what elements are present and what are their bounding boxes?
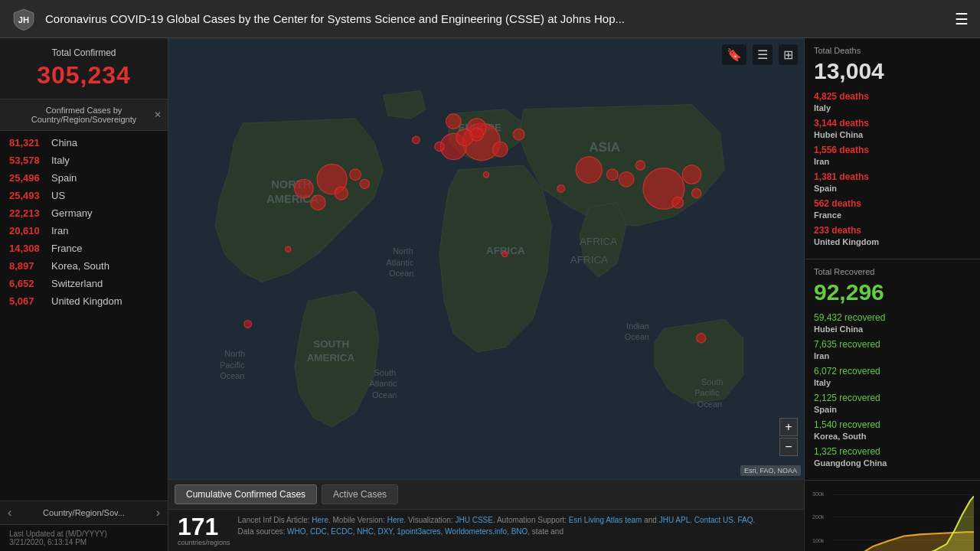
country-item[interactable]: 22,213Germany — [0, 204, 168, 222]
country-item[interactable]: 8,897Korea, South — [0, 257, 168, 275]
deaths-list: 4,825 deathsItaly3,144 deathsHubei China… — [814, 90, 971, 247]
country-item[interactable]: 25,496Spain — [0, 169, 168, 187]
svg-point-35 — [350, 169, 361, 181]
1point3acres-link[interactable]: 1point3acres — [397, 527, 440, 536]
header-title: Coronavirus COVID-19 Global Cases by the… — [45, 12, 955, 25]
jhu-apl-link[interactable]: JHU APL — [659, 516, 691, 524]
country-cases: 25,493 — [9, 190, 51, 201]
svg-text:Atlantic: Atlantic — [369, 379, 397, 388]
country-item[interactable]: 6,652Switzerland — [0, 275, 168, 292]
svg-text:Pacific: Pacific — [220, 360, 245, 370]
tab-cumulative[interactable]: Cumulative Confirmed Cases — [175, 484, 317, 504]
recovered-item: 1,325 recoveredGuangdong China — [814, 445, 971, 468]
death-location: Hubei China — [814, 130, 863, 139]
death-item: 562 deathsFrance — [814, 197, 971, 220]
svg-text:200k: 200k — [812, 514, 825, 520]
country-cases: 20,610 — [9, 225, 51, 236]
svg-point-47 — [697, 334, 706, 343]
zoom-in-button[interactable]: + — [779, 418, 798, 436]
map-toolbar: 🔖 ☰ ⊞ — [722, 44, 798, 65]
map-container: NORTH AMERICA SOUTH AMERICA ASIA AFRICA … — [168, 38, 804, 551]
svg-text:North: North — [224, 349, 245, 358]
sidebar-next-button[interactable]: › — [156, 506, 160, 520]
grid-button[interactable]: ⊞ — [779, 44, 798, 65]
map-footer-text: Lancet Inf Dis Article: Here. Mobile Ver… — [238, 514, 756, 537]
svg-point-49 — [413, 136, 420, 144]
svg-text:Ocean: Ocean — [389, 269, 413, 278]
death-count: 1,381 deaths — [814, 171, 869, 182]
svg-text:JH: JH — [18, 15, 29, 24]
sidebar-nav: ‹ Country/Region/Sov... › — [0, 500, 168, 524]
country-cases: 14,308 — [9, 243, 51, 254]
nhc-link[interactable]: NHC — [357, 527, 374, 536]
country-cases: 81,321 — [9, 137, 51, 148]
death-location: France — [814, 210, 841, 220]
cdc-link[interactable]: CDC — [310, 527, 327, 536]
svg-point-37 — [335, 187, 348, 200]
worldometers-link[interactable]: Worldometers.info — [445, 527, 507, 536]
svg-point-44 — [672, 197, 684, 208]
esri-link[interactable]: Esri Living Atlas team — [569, 516, 642, 524]
recovered-item: 7,635 recoveredIran — [814, 338, 971, 361]
recovered-panel: Total Recovered 92,296 59,432 recoveredH… — [805, 259, 980, 481]
footer-text-1: Lancet Inf Dis Article: Here. Mobile Ver… — [238, 516, 756, 524]
country-item[interactable]: 25,493US — [0, 187, 168, 204]
recovered-item: 59,432 recoveredHubei China — [814, 311, 971, 334]
svg-text:100k: 100k — [812, 538, 825, 544]
mobile-link[interactable]: Here — [387, 516, 404, 524]
bookmark-button[interactable]: 🔖 — [722, 44, 746, 65]
country-item[interactable]: 53,578Italy — [0, 152, 168, 169]
svg-point-29 — [311, 195, 326, 210]
country-item[interactable]: 5,067United Kingdom — [0, 292, 168, 310]
zoom-out-button[interactable]: − — [779, 438, 798, 456]
map-area[interactable]: NORTH AMERICA SOUTH AMERICA ASIA AFRICA … — [168, 38, 804, 479]
recovered-location: Korea, South — [814, 432, 866, 441]
country-name: Korea, South — [51, 260, 109, 272]
esri-credit: Esri, FAO, NOAA — [740, 465, 801, 476]
svg-point-46 — [244, 321, 252, 328]
menu-icon[interactable]: ☰ — [955, 10, 969, 28]
country-name: Spain — [51, 172, 77, 184]
dxy-link[interactable]: DXY — [377, 527, 392, 536]
country-item[interactable]: 81,321China — [0, 134, 168, 152]
sidebar-nav-label: Country/Region/Sov... — [43, 508, 125, 517]
bno-link[interactable]: BNO — [511, 527, 528, 536]
country-count: 171 — [178, 514, 230, 539]
last-updated-value: 3/21/2020, 6:13:14 PM — [9, 538, 158, 546]
recovered-list: 59,432 recoveredHubei China7,635 recover… — [814, 311, 971, 468]
chart-area: 300k 200k 100k 0 Feb Mar — [811, 487, 974, 551]
deaths-label: Total Deaths — [814, 46, 971, 55]
country-cases: 5,067 — [9, 295, 51, 307]
country-count-label: countries/regions — [178, 539, 230, 546]
jhu-link[interactable]: JHU CSSE — [455, 516, 492, 524]
close-icon[interactable]: ✕ — [154, 109, 162, 120]
svg-text:Ocean: Ocean — [372, 390, 397, 399]
country-name: France — [51, 243, 82, 254]
svg-point-42 — [606, 169, 618, 181]
recovered-value: 92,296 — [814, 279, 971, 305]
death-count: 4,825 deaths — [814, 91, 869, 102]
lancet-link[interactable]: Here — [312, 516, 328, 524]
death-item: 3,144 deathsHubei China — [814, 117, 971, 140]
sidebar-prev-button[interactable]: ‹ — [8, 506, 11, 520]
who-link[interactable]: WHO — [287, 527, 305, 536]
recovered-count: 2,125 recovered — [814, 393, 880, 403]
list-button[interactable]: ☰ — [753, 44, 773, 65]
svg-text:ASIA: ASIA — [589, 140, 620, 155]
map-tabs: Cumulative Confirmed Cases Active Cases — [168, 479, 804, 509]
deaths-panel: Total Deaths 13,004 4,825 deathsItaly3,1… — [805, 38, 980, 259]
country-item[interactable]: 14,308France — [0, 240, 168, 257]
death-count: 233 deaths — [814, 225, 861, 236]
svg-text:Ocean: Ocean — [625, 332, 649, 341]
faq-link[interactable]: FAQ — [738, 516, 753, 524]
death-location: United Kingdom — [814, 237, 879, 246]
country-item[interactable]: 20,610Iran — [0, 222, 168, 240]
svg-text:SOUTH: SOUTH — [313, 338, 349, 350]
ecdc-link[interactable]: ECDC — [331, 527, 352, 536]
svg-point-38 — [493, 142, 508, 157]
recovered-count: 59,432 recovered — [814, 312, 885, 323]
contact-link[interactable]: Contact US — [694, 516, 733, 524]
tab-active[interactable]: Active Cases — [322, 484, 398, 504]
svg-point-39 — [513, 129, 524, 140]
recovered-location: Iran — [814, 351, 829, 360]
